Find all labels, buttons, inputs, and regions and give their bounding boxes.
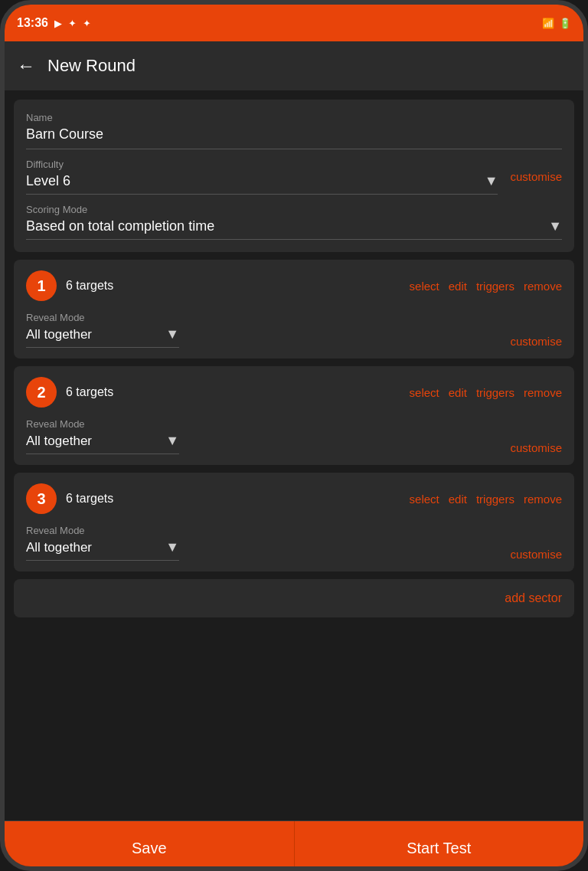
status-time: 13:36	[17, 16, 48, 30]
scoring-dropdown-arrow[interactable]: ▼	[548, 218, 562, 234]
battery-icon: 🔋	[559, 18, 571, 29]
settings-card: Name Barn Course Difficulty Level 6 ▼ cu…	[14, 100, 574, 252]
name-field: Name Barn Course	[26, 112, 562, 149]
sector-3-customise-button[interactable]: customise	[510, 548, 562, 561]
save-button[interactable]: Save	[5, 821, 295, 871]
location-icon: ✦	[83, 18, 91, 29]
sector-1-reveal-select: All together ▼	[26, 326, 179, 348]
empty-space	[14, 625, 574, 811]
sector-header-1: 1 6 targets select edit triggers remove	[26, 270, 562, 301]
sector-actions-3: select edit triggers	[410, 493, 514, 506]
sector-1-reveal-section: Reveal Mode All together ▼	[26, 312, 510, 348]
sector-targets-2: 6 targets	[66, 385, 400, 399]
sector-targets-3: 6 targets	[66, 492, 400, 506]
wifi-icon: 📶	[542, 18, 554, 29]
scoring-label: Scoring Mode	[26, 204, 562, 215]
sector-actions-2: select edit triggers	[410, 386, 514, 399]
sector-2-edit-button[interactable]: edit	[449, 386, 467, 399]
sector-bottom-3: Reveal Mode All together ▼ customise	[26, 525, 562, 561]
add-sector-row: add sector	[14, 579, 574, 617]
sector-2-reveal-value[interactable]: All together	[26, 434, 165, 449]
name-value: Barn Course	[26, 126, 562, 149]
name-label: Name	[26, 112, 562, 123]
sector-1-select-button[interactable]: select	[410, 280, 439, 293]
difficulty-customise-button[interactable]: customise	[510, 170, 562, 183]
sector-1-edit-button[interactable]: edit	[449, 280, 467, 293]
back-button[interactable]: ←	[17, 55, 35, 77]
sector-2-remove-button[interactable]: remove	[524, 386, 562, 399]
sector-targets-1: 6 targets	[66, 279, 400, 293]
sector-card-3: 3 6 targets select edit triggers remove …	[14, 473, 574, 571]
add-sector-button[interactable]: add sector	[505, 591, 562, 605]
difficulty-dropdown-arrow[interactable]: ▼	[485, 173, 498, 189]
sector-3-reveal-label: Reveal Mode	[26, 525, 510, 536]
status-bar-right: 📶 🔋	[542, 18, 571, 29]
sector-3-remove-button[interactable]: remove	[524, 493, 562, 506]
scoring-select-wrapper: Based on total completion time ▼	[26, 218, 562, 240]
sector-2-reveal-section: Reveal Mode All together ▼	[26, 418, 510, 454]
sector-3-edit-button[interactable]: edit	[449, 493, 467, 506]
sector-1-triggers-button[interactable]: triggers	[476, 280, 514, 293]
sector-3-triggers-button[interactable]: triggers	[476, 493, 514, 506]
main-content: Name Barn Course Difficulty Level 6 ▼ cu…	[5, 90, 583, 820]
scoring-field: Scoring Mode Based on total completion t…	[26, 204, 562, 240]
sector-3-reveal-value[interactable]: All together	[26, 540, 165, 555]
sector-card-2: 2 6 targets select edit triggers remove …	[14, 366, 574, 465]
sector-1-reveal-value[interactable]: All together	[26, 327, 165, 342]
sector-number-1: 1	[26, 270, 57, 301]
sector-2-reveal-label: Reveal Mode	[26, 418, 510, 430]
start-test-button[interactable]: Start Test	[295, 821, 584, 871]
difficulty-label: Difficulty	[26, 159, 498, 170]
cast-icon: ✦	[68, 18, 77, 29]
sector-1-remove-button[interactable]: remove	[524, 280, 562, 293]
scoring-value[interactable]: Based on total completion time	[26, 218, 548, 234]
sector-number-2: 2	[26, 377, 57, 408]
difficulty-select-wrapper: Level 6 ▼	[26, 173, 498, 195]
sector-2-reveal-arrow[interactable]: ▼	[165, 433, 179, 449]
sector-3-reveal-section: Reveal Mode All together ▼	[26, 525, 510, 561]
status-bar-left: 13:36 ▶ ✦ ✦	[17, 16, 91, 30]
page-title: New Round	[47, 56, 136, 76]
difficulty-value[interactable]: Level 6	[26, 173, 485, 189]
sector-2-reveal-select: All together ▼	[26, 433, 179, 454]
sector-2-customise-button[interactable]: customise	[510, 441, 562, 454]
sector-bottom-1: Reveal Mode All together ▼ customise	[26, 312, 562, 348]
sector-header-2: 2 6 targets select edit triggers remove	[26, 377, 562, 408]
sector-3-reveal-select: All together ▼	[26, 539, 179, 561]
sector-3-reveal-arrow[interactable]: ▼	[165, 539, 179, 555]
difficulty-inner: Difficulty Level 6 ▼	[26, 159, 498, 195]
content-wrapper: Name Barn Course Difficulty Level 6 ▼ cu…	[5, 90, 583, 871]
sector-1-reveal-arrow[interactable]: ▼	[165, 326, 179, 342]
sector-1-reveal-label: Reveal Mode	[26, 312, 510, 323]
sector-card-1: 1 6 targets select edit triggers remove …	[14, 260, 574, 359]
bottom-bar: Save Start Test	[5, 820, 583, 871]
sector-3-select-button[interactable]: select	[410, 493, 439, 506]
status-bar: 13:36 ▶ ✦ ✦ 📶 🔋	[5, 5, 583, 41]
sector-actions-1: select edit triggers	[410, 280, 514, 293]
sector-header-3: 3 6 targets select edit triggers remove	[26, 483, 562, 514]
difficulty-field: Difficulty Level 6 ▼ customise	[26, 159, 562, 195]
sector-1-customise-button[interactable]: customise	[510, 335, 562, 348]
sector-number-3: 3	[26, 483, 57, 514]
youtube-icon: ▶	[54, 18, 62, 29]
sector-2-triggers-button[interactable]: triggers	[476, 386, 514, 399]
sector-bottom-2: Reveal Mode All together ▼ customise	[26, 418, 562, 454]
sector-2-select-button[interactable]: select	[410, 386, 439, 399]
top-bar: ← New Round	[5, 41, 583, 90]
device-frame: 13:36 ▶ ✦ ✦ 📶 🔋 ← New Round Name Barn Co…	[0, 0, 588, 871]
